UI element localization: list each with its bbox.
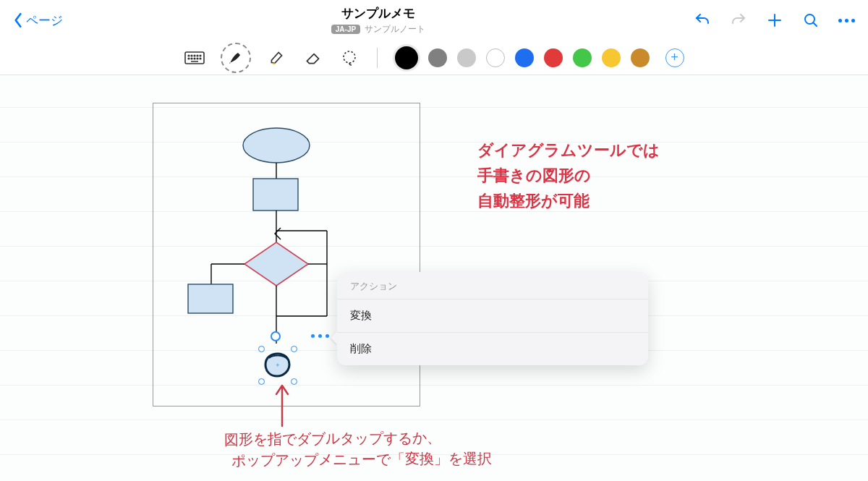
chevron-left-icon [13, 12, 23, 28]
plus-icon[interactable] [766, 12, 783, 29]
svg-point-12 [191, 58, 192, 59]
color-swatch-red[interactable] [544, 48, 563, 67]
annotation-text: ダイアグラムツールでは 手書きの図形の 自動整形が可能 [477, 137, 660, 214]
context-menu-header: アクション [337, 272, 648, 299]
back-button[interactable]: ページ [13, 12, 63, 29]
svg-point-13 [194, 58, 195, 59]
handwritten-note: 図形を指でダブルタップするか、 ポップアップメニューで「変換」を選択 [224, 427, 492, 471]
header-center: サンプルメモ JA-JP サンプルノート [63, 5, 694, 35]
keyboard-tool[interactable] [184, 48, 205, 68]
context-menu-convert[interactable]: 変換 [337, 299, 648, 332]
add-color-button[interactable]: + [665, 48, 684, 67]
selection-more-icon[interactable] [311, 334, 329, 338]
svg-line-3 [813, 22, 817, 26]
svg-point-8 [194, 55, 195, 56]
svg-point-15 [200, 58, 201, 59]
handwritten-arrow-icon [273, 383, 291, 429]
search-icon[interactable] [802, 12, 820, 29]
lasso-tool[interactable] [339, 48, 359, 68]
color-swatch-black[interactable] [395, 46, 418, 69]
context-menu-delete[interactable]: 削除 [337, 332, 648, 365]
svg-point-17 [344, 51, 355, 63]
notebook-name: サンプルノート [365, 23, 425, 35]
svg-point-14 [197, 58, 198, 59]
lang-badge: JA-JP [331, 25, 360, 34]
svg-point-11 [188, 58, 190, 59]
popup-caret [331, 331, 337, 344]
color-swatch-blue[interactable] [515, 48, 534, 67]
back-label: ページ [26, 12, 63, 29]
redo-icon[interactable] [730, 12, 747, 29]
svg-marker-22 [244, 242, 308, 286]
canvas[interactable]: ダイアグラムツールでは 手書きの図形の 自動整形が可能 + アクション 変換 削… [0, 75, 868, 481]
toolbar-separator [377, 48, 378, 68]
page-title: サンプルメモ [63, 5, 694, 22]
color-swatch-ochre[interactable] [631, 48, 650, 67]
context-menu: アクション 変換 削除 [337, 272, 648, 365]
highlighter-tool[interactable] [267, 48, 287, 68]
pen-tool[interactable] [221, 43, 251, 73]
toolbar: + [0, 41, 868, 75]
eraser-tool[interactable] [303, 48, 323, 68]
color-swatch-silver[interactable] [457, 48, 476, 67]
svg-rect-20 [253, 179, 298, 210]
svg-rect-26 [188, 284, 233, 313]
svg-point-9 [197, 55, 198, 56]
undo-icon[interactable] [694, 12, 711, 29]
color-swatch-yellow[interactable] [602, 48, 621, 67]
color-swatch-white[interactable] [486, 48, 505, 67]
svg-text:+: + [276, 362, 279, 369]
svg-point-6 [188, 55, 190, 56]
svg-point-7 [191, 55, 192, 56]
svg-point-18 [243, 128, 310, 163]
selected-shape[interactable]: + [262, 349, 294, 381]
color-swatch-gray[interactable] [428, 48, 447, 67]
more-icon[interactable] [838, 19, 855, 22]
selection-add-handle[interactable] [271, 331, 281, 341]
color-swatch-green[interactable] [573, 48, 592, 67]
svg-point-10 [200, 55, 201, 56]
